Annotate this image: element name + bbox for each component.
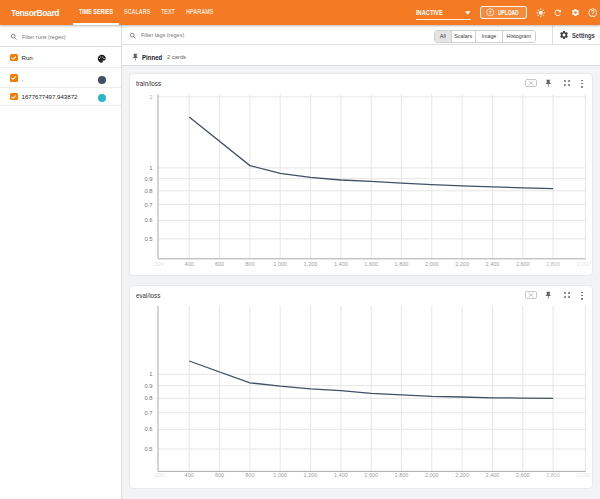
svg-text:1,400: 1,400 [334, 472, 348, 478]
svg-text:0.7: 0.7 [144, 202, 152, 208]
svg-text:1,600: 1,600 [364, 261, 378, 267]
svg-text:0.6: 0.6 [144, 217, 152, 223]
svg-text:2,800: 2,800 [546, 472, 560, 478]
svg-text:0.9: 0.9 [144, 383, 152, 389]
svg-text:1,600: 1,600 [364, 472, 378, 478]
svg-text:1,800: 1,800 [395, 472, 409, 478]
svg-text:2,200: 2,200 [455, 261, 469, 267]
svg-text:1,000: 1,000 [273, 261, 287, 267]
svg-text:1,400: 1,400 [334, 261, 348, 267]
svg-text:3,000: 3,000 [576, 472, 591, 478]
svg-text:600: 600 [215, 261, 224, 267]
svg-text:2,000: 2,000 [425, 261, 439, 267]
svg-text:1,800: 1,800 [395, 261, 409, 267]
svg-text:2,600: 2,600 [516, 472, 530, 478]
svg-text:1,000: 1,000 [273, 472, 287, 478]
svg-text:2,200: 2,200 [455, 472, 469, 478]
svg-text:1: 1 [149, 165, 152, 171]
svg-text:2,400: 2,400 [486, 472, 500, 478]
svg-text:2,800: 2,800 [546, 261, 560, 267]
svg-text:400: 400 [185, 261, 194, 267]
svg-text:400: 400 [185, 472, 194, 478]
svg-text:0.9: 0.9 [144, 176, 152, 182]
svg-text:0.5: 0.5 [144, 236, 152, 242]
svg-text:1: 1 [149, 371, 152, 377]
svg-text:2: 2 [149, 94, 152, 100]
svg-text:0.8: 0.8 [144, 188, 152, 194]
svg-text:2,000: 2,000 [425, 472, 439, 478]
svg-text:0.6: 0.6 [144, 426, 152, 432]
svg-text:0.7: 0.7 [144, 410, 152, 416]
svg-text:0.5: 0.5 [144, 446, 152, 452]
svg-text:3,000: 3,000 [576, 261, 591, 267]
svg-text:600: 600 [215, 472, 224, 478]
svg-text:800: 800 [245, 261, 254, 267]
svg-text:2,400: 2,400 [486, 261, 500, 267]
svg-text:1,200: 1,200 [304, 261, 318, 267]
svg-text:1,200: 1,200 [304, 472, 318, 478]
svg-text:0.8: 0.8 [144, 395, 152, 401]
svg-text:2,600: 2,600 [516, 261, 530, 267]
svg-text:200: 200 [154, 261, 164, 267]
svg-text:200: 200 [154, 472, 164, 478]
svg-text:800: 800 [245, 472, 254, 478]
